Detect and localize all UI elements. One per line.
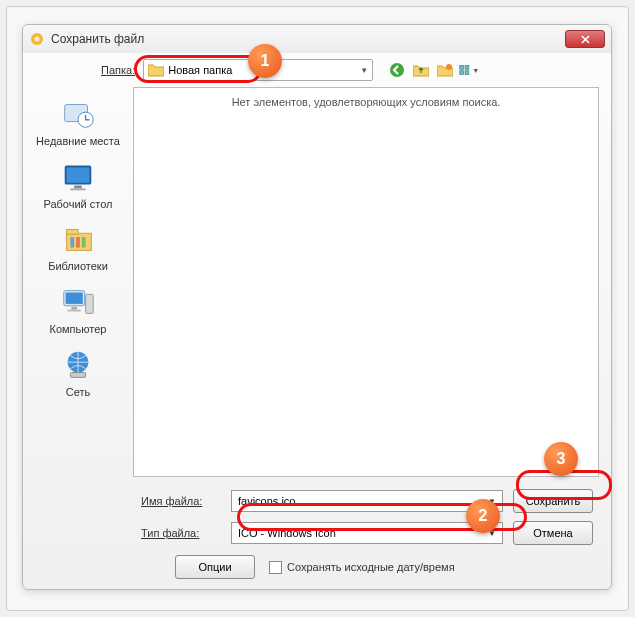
svg-rect-21: [86, 294, 94, 313]
place-recent[interactable]: Недавние места: [33, 95, 123, 148]
svg-rect-12: [74, 185, 82, 188]
place-label: Сеть: [66, 386, 90, 399]
filename-label: Имя файла:: [141, 495, 221, 507]
svg-rect-20: [66, 292, 83, 303]
svg-rect-25: [70, 372, 85, 377]
svg-rect-22: [71, 307, 77, 310]
save-button[interactable]: Сохранить: [513, 489, 593, 513]
view-icon: [459, 63, 471, 77]
window-title: Сохранить файл: [51, 32, 565, 46]
checkbox-label: Сохранять исходные дату/время: [287, 561, 455, 573]
svg-point-1: [35, 37, 40, 42]
place-network[interactable]: Сеть: [33, 346, 123, 399]
svg-rect-16: [70, 237, 74, 247]
nav-toolbar: ▼: [387, 60, 479, 80]
svg-rect-5: [465, 65, 469, 69]
file-list-area[interactable]: Нет элементов, удовлетворяющих условиям …: [133, 87, 599, 477]
options-row: Опции Сохранять исходные дату/время: [141, 555, 599, 579]
places-sidebar: Недавние места Рабочий стол Библиотеки К…: [23, 87, 133, 477]
place-desktop[interactable]: Рабочий стол: [33, 158, 123, 211]
svg-point-3: [446, 64, 452, 70]
recent-icon: [59, 95, 97, 133]
folder-bar: Папка: Новая папка ▼ ▼: [23, 53, 611, 87]
filetype-select[interactable]: ICO - Windows Icon ▼: [231, 522, 503, 544]
place-libraries[interactable]: Библиотеки: [33, 220, 123, 273]
chevron-down-icon: ▼: [360, 66, 368, 75]
back-icon: [389, 62, 405, 78]
svg-rect-7: [465, 71, 469, 75]
filename-input[interactable]: favicons.ico ▼: [231, 490, 503, 512]
network-icon: [59, 346, 97, 384]
folder-up-icon: [413, 63, 429, 77]
svg-rect-11: [67, 167, 90, 182]
folder-combo[interactable]: Новая папка ▼: [143, 59, 373, 81]
filename-value: favicons.ico: [238, 495, 295, 507]
svg-rect-15: [67, 230, 78, 235]
folder-name: Новая папка: [168, 64, 232, 76]
svg-rect-18: [82, 237, 86, 247]
empty-message: Нет элементов, удовлетворяющих условиям …: [232, 96, 501, 108]
app-icon: [29, 31, 45, 47]
nav-newfolder-button[interactable]: [435, 60, 455, 80]
save-dialog: Сохранить файл Папка: Новая папка ▼ ▼ Не…: [22, 24, 612, 590]
options-button[interactable]: Опции: [175, 555, 255, 579]
body-area: Недавние места Рабочий стол Библиотеки К…: [23, 87, 611, 477]
new-folder-icon: [437, 63, 453, 77]
folder-label: Папка:: [101, 64, 135, 76]
place-label: Рабочий стол: [43, 198, 112, 211]
place-label: Компьютер: [50, 323, 107, 336]
svg-rect-4: [460, 65, 464, 69]
nav-up-button[interactable]: [411, 60, 431, 80]
checkbox-icon: [269, 561, 282, 574]
preserve-date-checkbox[interactable]: Сохранять исходные дату/время: [269, 561, 455, 574]
close-icon: [581, 35, 590, 44]
filetype-label: Тип файла:: [141, 527, 221, 539]
place-computer[interactable]: Компьютер: [33, 283, 123, 336]
close-button[interactable]: [565, 30, 605, 48]
svg-point-2: [390, 63, 404, 77]
titlebar: Сохранить файл: [23, 25, 611, 53]
libraries-icon: [59, 220, 97, 258]
lower-panel: Имя файла: favicons.ico ▼ Сохранить Тип …: [23, 477, 611, 585]
desktop-icon: [59, 158, 97, 196]
chevron-down-icon: ▼: [488, 497, 496, 506]
place-label: Недавние места: [36, 135, 120, 148]
filetype-row: Тип файла: ICO - Windows Icon ▼ Отмена: [141, 521, 599, 545]
nav-view-button[interactable]: ▼: [459, 60, 479, 80]
svg-rect-23: [68, 310, 81, 312]
filename-row: Имя файла: favicons.ico ▼ Сохранить: [141, 489, 599, 513]
place-label: Библиотеки: [48, 260, 108, 273]
filetype-value: ICO - Windows Icon: [238, 527, 336, 539]
nav-back-button[interactable]: [387, 60, 407, 80]
computer-icon: [59, 283, 97, 321]
svg-rect-6: [460, 71, 464, 75]
svg-rect-17: [76, 237, 80, 247]
svg-rect-13: [70, 188, 85, 190]
chevron-down-icon: ▼: [488, 529, 496, 538]
folder-icon: [148, 63, 164, 77]
cancel-button[interactable]: Отмена: [513, 521, 593, 545]
